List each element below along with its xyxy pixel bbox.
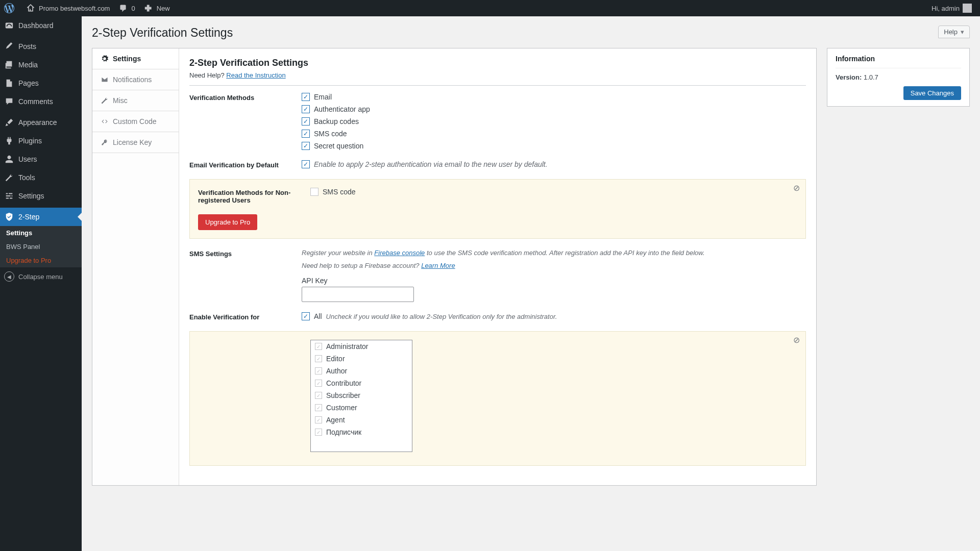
role-checkbox bbox=[315, 404, 322, 411]
method-checkbox-email[interactable] bbox=[302, 93, 310, 101]
method-label: Backup codes bbox=[314, 117, 359, 126]
read-instruction-link[interactable]: Read the Instruction bbox=[226, 71, 285, 79]
settings-panel: SettingsNotificationsMiscCustom CodeLice… bbox=[92, 48, 817, 486]
comments-link[interactable]: 0 bbox=[114, 0, 139, 16]
main-area: SettingsNotificationsMiscCustom CodeLice… bbox=[92, 48, 970, 486]
roles-listbox[interactable]: AdministratorEditorAuthorContributorSubs… bbox=[310, 340, 412, 452]
collapse-menu[interactable]: ◀ Collapse menu bbox=[0, 267, 82, 286]
settings-body: 2-Step Verification Settings Need Help? … bbox=[179, 48, 816, 485]
enable-all-label: All bbox=[314, 312, 322, 320]
submenu-item-upgrade-to-pro[interactable]: Upgrade to Pro bbox=[0, 254, 82, 267]
role-checkbox bbox=[315, 392, 322, 399]
nonreg-field: SMS code bbox=[310, 188, 797, 196]
content-area: 2-Step Verification Settings Help Settin… bbox=[82, 16, 980, 486]
sidebar-item-appearance[interactable]: Appearance bbox=[0, 113, 82, 132]
sidebar-item-plugins[interactable]: Plugins bbox=[0, 132, 82, 150]
verification-methods-field: EmailAuthenticator appBackup codesSMS co… bbox=[302, 93, 806, 150]
site-link[interactable]: Promo bestwebsoft.com bbox=[21, 0, 114, 16]
firebase-console-link[interactable]: Firebase console bbox=[374, 249, 425, 257]
sidebar-submenu: SettingsBWS PanelUpgrade to Pro bbox=[0, 226, 82, 267]
tab-notifications[interactable]: Notifications bbox=[92, 69, 179, 90]
sms-register-text: Register your website in Firebase consol… bbox=[302, 249, 806, 257]
info-title: Information bbox=[836, 55, 961, 68]
role-checkbox bbox=[315, 380, 322, 387]
submenu-item-bws-panel[interactable]: BWS Panel bbox=[0, 240, 82, 254]
sidebar-item-pages[interactable]: Pages bbox=[0, 74, 82, 92]
sliders-icon bbox=[4, 191, 14, 201]
enable-for-field: All Uncheck if you would like to allow 2… bbox=[302, 312, 806, 320]
role-item: Author bbox=[311, 365, 412, 377]
tab-misc[interactable]: Misc bbox=[92, 90, 179, 111]
learn-more-link[interactable]: Learn More bbox=[421, 262, 455, 269]
enable-for-label: Enable Verification for bbox=[189, 312, 302, 321]
method-label: Secret question bbox=[314, 142, 363, 150]
need-help: Need Help? Read the Instruction bbox=[189, 71, 806, 86]
wp-logo[interactable] bbox=[0, 0, 21, 16]
sidebar-item-users[interactable]: Users bbox=[0, 150, 82, 168]
wrench-icon bbox=[4, 172, 14, 183]
roles-field: AdministratorEditorAuthorContributorSubs… bbox=[310, 340, 797, 452]
role-item: Contributor bbox=[311, 377, 412, 389]
home-icon bbox=[26, 3, 36, 13]
section-title: 2-Step Verification Settings bbox=[189, 58, 806, 68]
tab-settings[interactable]: Settings bbox=[92, 48, 179, 69]
role-checkbox bbox=[315, 343, 322, 350]
role-checkbox bbox=[315, 367, 322, 374]
sidebar-item-dashboard[interactable]: Dashboard bbox=[0, 16, 82, 35]
sidebar-item-2-step[interactable]: 2-Step bbox=[0, 208, 82, 226]
sidebar-item-posts[interactable]: Posts bbox=[0, 37, 82, 56]
comment-icon bbox=[118, 3, 128, 13]
sidebar-item-comments[interactable]: Comments bbox=[0, 92, 82, 111]
submenu-item-settings[interactable]: Settings bbox=[0, 226, 82, 240]
new-link[interactable]: New bbox=[139, 0, 174, 16]
site-name-label: Promo bestwebsoft.com bbox=[39, 5, 110, 12]
method-checkbox-sms-code[interactable] bbox=[302, 130, 310, 138]
wrench-icon bbox=[101, 96, 109, 105]
page-icon bbox=[4, 78, 14, 88]
close-icon[interactable] bbox=[792, 184, 800, 192]
pro-block-roles: AdministratorEditorAuthorContributorSubs… bbox=[189, 331, 806, 466]
email-default-checkbox[interactable] bbox=[302, 160, 310, 168]
row-roles: AdministratorEditorAuthorContributorSubs… bbox=[198, 340, 797, 452]
verification-methods-label: Verification Methods bbox=[189, 93, 302, 102]
info-version: Version: 1.0.7 bbox=[836, 73, 961, 81]
row-nonreg: Verification Methods for Non-registered … bbox=[198, 188, 797, 204]
sms-settings-label: SMS Settings bbox=[189, 249, 302, 258]
sidebar-item-settings[interactable]: Settings bbox=[0, 187, 82, 205]
method-label: SMS code bbox=[314, 130, 347, 138]
method-checkbox-backup-codes[interactable] bbox=[302, 117, 310, 126]
user-greeting[interactable]: Hi, admin bbox=[927, 0, 976, 16]
sms-help-text: Need help to setup a Firebase account? L… bbox=[302, 262, 806, 269]
sidebar-item-media[interactable]: Media bbox=[0, 56, 82, 74]
method-checkbox-authenticator-app[interactable] bbox=[302, 105, 310, 113]
save-changes-button[interactable]: Save Changes bbox=[903, 86, 961, 100]
collapse-label: Collapse menu bbox=[18, 273, 63, 281]
shield-icon bbox=[4, 212, 14, 222]
sidebar-item-tools[interactable]: Tools bbox=[0, 168, 82, 187]
close-icon[interactable] bbox=[792, 336, 800, 344]
email-default-label: Email Verification by Default bbox=[189, 160, 302, 169]
email-default-hint: Enable to apply 2-step authentication vi… bbox=[314, 160, 548, 168]
new-label: New bbox=[157, 5, 170, 12]
nonreg-sms-checkbox bbox=[310, 188, 318, 196]
email-default-field: Enable to apply 2-step authentication vi… bbox=[302, 160, 806, 168]
method-checkbox-secret-question[interactable] bbox=[302, 142, 310, 150]
enable-all-checkbox[interactable] bbox=[302, 312, 310, 320]
comments-count: 0 bbox=[131, 5, 135, 12]
tab-custom-code[interactable]: Custom Code bbox=[92, 111, 179, 132]
upgrade-to-pro-button[interactable]: Upgrade to Pro bbox=[198, 214, 257, 230]
sms-settings-field: Register your website in Firebase consol… bbox=[302, 249, 806, 302]
mail-icon bbox=[101, 76, 109, 84]
admin-bar-right: Hi, admin bbox=[927, 0, 980, 16]
role-item: Customer bbox=[311, 402, 412, 414]
row-enable-for: Enable Verification for All Uncheck if y… bbox=[189, 312, 806, 321]
brush-icon bbox=[4, 117, 14, 128]
info-box: Information Version: 1.0.7 Save Changes bbox=[827, 48, 970, 107]
role-item: Agent bbox=[311, 414, 412, 426]
row-verification-methods: Verification Methods EmailAuthenticator … bbox=[189, 93, 806, 150]
admin-bar: Promo bestwebsoft.com 0 New Hi, admin bbox=[0, 0, 980, 16]
help-button[interactable]: Help bbox=[938, 26, 970, 38]
tab-license-key[interactable]: License Key bbox=[92, 132, 179, 153]
api-key-input[interactable] bbox=[302, 287, 414, 302]
nonreg-label: Verification Methods for Non-registered … bbox=[198, 188, 310, 204]
